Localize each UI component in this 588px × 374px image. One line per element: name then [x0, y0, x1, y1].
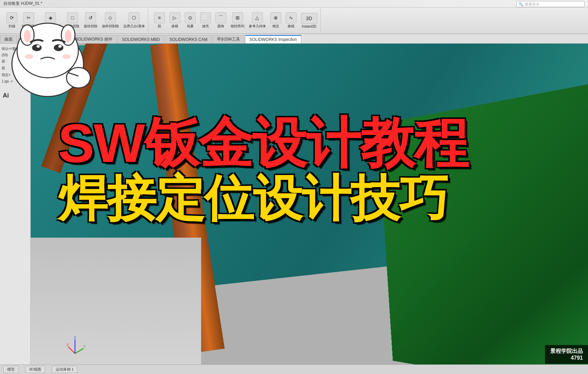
boundary-icon: ⬡: [129, 12, 139, 23]
ribbon-btn-rib[interactable]: ≡ 筋: [153, 12, 166, 29]
bottom-tab-model[interactable]: 模型: [3, 366, 18, 373]
tab-sw-inspection[interactable]: SOLIDWORKS Inspection: [245, 35, 301, 43]
svg-point-12: [32, 44, 42, 51]
svg-point-13: [36, 45, 40, 48]
search-placeholder: 搜索命令: [525, 2, 540, 7]
fillet-icon: ⌒: [215, 12, 226, 23]
loft-cut-label: 放样切割除: [102, 24, 119, 29]
svg-text:Y: Y: [84, 345, 85, 348]
toolbar-section-tools: ≡ 筋 ▷ 拔模 ⊙ 包裹 ⬜ 抽壳 ⌒ 圆角 ⊞ 线性阵列: [151, 9, 321, 32]
tab-sw-mbd[interactable]: SOLIDWORKS MBD: [118, 35, 164, 43]
ribbon-btn-shell[interactable]: ⬜ 抽壳: [199, 12, 212, 29]
ribbon-btn-curves[interactable]: ∿ 曲线: [284, 12, 298, 29]
ribbon-btn-wrap[interactable]: ⊙ 包裹: [183, 12, 197, 29]
ribbon-btn-fillet[interactable]: ⌒ 圆角: [214, 12, 228, 29]
tab-qj-tools[interactable]: 琴剑SW工具: [212, 35, 244, 43]
svg-text:Ai: Ai: [3, 92, 9, 98]
pattern-icon: ⊞: [232, 12, 243, 23]
app-title: 自动恢复 HJDW_01 *: [3, 1, 42, 6]
ref-label: 参考几何体: [249, 24, 266, 29]
ribbon-btn-draft[interactable]: ▷ 拔模: [168, 12, 182, 29]
main-container: X Y Z 自动恢复 HJDW_01 * 🔍 搜索命令 ⟳ 扫描 ✂ 扫描切除: [0, 0, 588, 374]
curves-label: 曲线: [288, 24, 295, 29]
svg-point-14: [54, 44, 63, 51]
loft-cut-icon: ◇: [105, 12, 116, 23]
wrap-icon: ⊙: [185, 12, 196, 23]
rib-icon: ≡: [154, 12, 165, 23]
wrap-label: 包裹: [187, 24, 194, 29]
intersect-icon: ⊗: [270, 12, 281, 23]
ribbon-btn-intersect[interactable]: ⊗ 相交: [269, 12, 283, 29]
instant3d-label: Instant3D: [302, 25, 316, 28]
svg-line-1: [75, 348, 84, 354]
axis-indicator: X Y Z: [65, 336, 85, 357]
ribbon-btn-ref[interactable]: △ 参考几何体: [247, 12, 267, 29]
svg-point-18: [66, 68, 90, 88]
ribbon-btn-loft-cut[interactable]: ◇ 放样切割除: [101, 12, 120, 29]
instant3d-icon: 3D: [301, 13, 317, 24]
rib-label: 筋: [158, 24, 161, 29]
ribbon-btn-instant3d[interactable]: 3D Instant3D: [300, 12, 319, 29]
title-bar: 自动恢复 HJDW_01 * 🔍 搜索命令: [0, 0, 588, 8]
search-bar[interactable]: 🔍 搜索命令: [516, 1, 585, 7]
bottom-tab-motion[interactable]: 运动算例 1: [52, 366, 77, 373]
brand-watermark: 景程学院出品 4791: [545, 345, 588, 364]
boundary-label: 边界凸台/基体: [123, 24, 145, 29]
svg-text:Z: Z: [74, 336, 76, 340]
shell-label: 抽壳: [202, 24, 209, 29]
tab-sw-cam[interactable]: SOLIDWORKS CAM: [165, 35, 212, 43]
search-icon: 🔍: [518, 2, 523, 6]
shell-icon: ⬜: [200, 12, 211, 23]
ribbon-btn-boundary[interactable]: ⬡ 边界凸台/基体: [122, 12, 146, 29]
bottom-tab-3dview[interactable]: 3D视图: [25, 366, 45, 373]
ref-icon: △: [252, 12, 263, 23]
draft-label: 拔模: [171, 24, 178, 29]
ribbon-btn-pattern[interactable]: ⊞ 线性阵列: [229, 12, 246, 29]
pattern-label: 线性阵列: [231, 24, 244, 29]
fillet-label: 圆角: [217, 24, 224, 29]
gray-floor: [31, 238, 201, 374]
draft-icon: ▷: [169, 12, 180, 23]
svg-point-15: [58, 45, 62, 48]
title-main: SW钣金设计教程: [58, 116, 588, 170]
mascot-svg: Ai: [0, 10, 95, 98]
svg-point-16: [25, 54, 33, 59]
mascot-container: Ai: [0, 10, 95, 95]
title-sub: 焊接定位设计技巧: [58, 174, 588, 223]
watermark-line1: 景程学院出品: [550, 348, 583, 355]
svg-point-17: [62, 54, 71, 59]
title-overlay: SW钣金设计教程 焊接定位设计技巧: [31, 116, 588, 223]
svg-point-11: [65, 30, 72, 42]
curves-icon: ∿: [286, 12, 297, 23]
svg-point-10: [24, 30, 31, 42]
svg-line-0: [68, 347, 75, 354]
intersect-label: 相交: [272, 24, 279, 29]
watermark-line2: 4791: [550, 355, 583, 361]
svg-text:X: X: [66, 343, 69, 347]
bottom-bar: 模型 3D视图 运动算例 1: [0, 364, 588, 374]
